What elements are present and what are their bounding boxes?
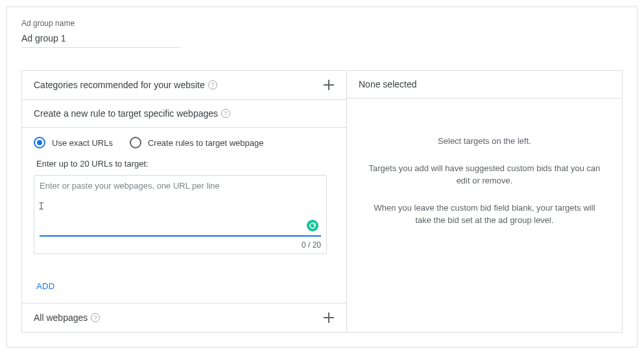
radio-icon [34, 137, 45, 148]
targeting-panels: Categories recommended for your website … [21, 70, 623, 333]
create-rule-section-header[interactable]: Create a new rule to target specific web… [22, 100, 346, 128]
url-textarea[interactable] [40, 181, 321, 228]
all-webpages-title: All webpages [34, 312, 88, 323]
ad-group-name-field: Ad group name [21, 19, 623, 48]
left-column: Categories recommended for your website … [22, 71, 346, 332]
help-icon[interactable]: ? [221, 109, 230, 118]
help-icon[interactable]: ? [91, 313, 100, 322]
ad-group-name-input[interactable] [21, 30, 181, 48]
radio-create-rules[interactable]: Create rules to target webpage [130, 137, 264, 148]
all-webpages-section-header[interactable]: All webpages ? [22, 303, 346, 332]
help-icon[interactable]: ? [208, 80, 217, 89]
create-rule-title: Create a new rule to target specific web… [34, 108, 218, 119]
plus-icon[interactable] [323, 312, 335, 323]
create-rule-body: Use exact URLs Create rules to target we… [22, 128, 346, 303]
categories-section-header[interactable]: Categories recommended for your website … [22, 71, 346, 100]
radio-use-exact-urls[interactable]: Use exact URLs [34, 137, 113, 148]
ad-group-name-label: Ad group name [21, 19, 623, 28]
radio-icon [130, 137, 141, 148]
info-line-2: Targets you add will have suggested cust… [366, 162, 602, 187]
categories-title: Categories recommended for your website [34, 80, 205, 90]
grammarly-icon[interactable] [307, 220, 318, 231]
radio-exact-label: Use exact URLs [52, 138, 113, 148]
url-counter: 0 / 20 [40, 241, 321, 250]
ad-group-card: Ad group name Categories recommended for… [6, 6, 638, 347]
plus-icon[interactable] [323, 79, 335, 91]
radio-rules-label: Create rules to target webpage [148, 138, 264, 148]
add-button[interactable]: ADD [34, 281, 54, 291]
rule-radio-row: Use exact URLs Create rules to target we… [34, 137, 335, 148]
url-input-box: 𝙸 0 / 20 [34, 175, 327, 254]
selected-targets-body: Select targets on the left. Targets you … [347, 99, 622, 332]
right-column: None selected Select targets on the left… [346, 71, 622, 332]
selected-targets-header: None selected [347, 71, 622, 99]
url-textarea-wrap: 𝙸 [40, 181, 321, 237]
info-line-3: When you leave the custom bid field blan… [366, 202, 602, 227]
info-line-1: Select targets on the left. [366, 135, 602, 148]
enter-urls-label: Enter up to 20 URLs to target: [36, 159, 335, 169]
